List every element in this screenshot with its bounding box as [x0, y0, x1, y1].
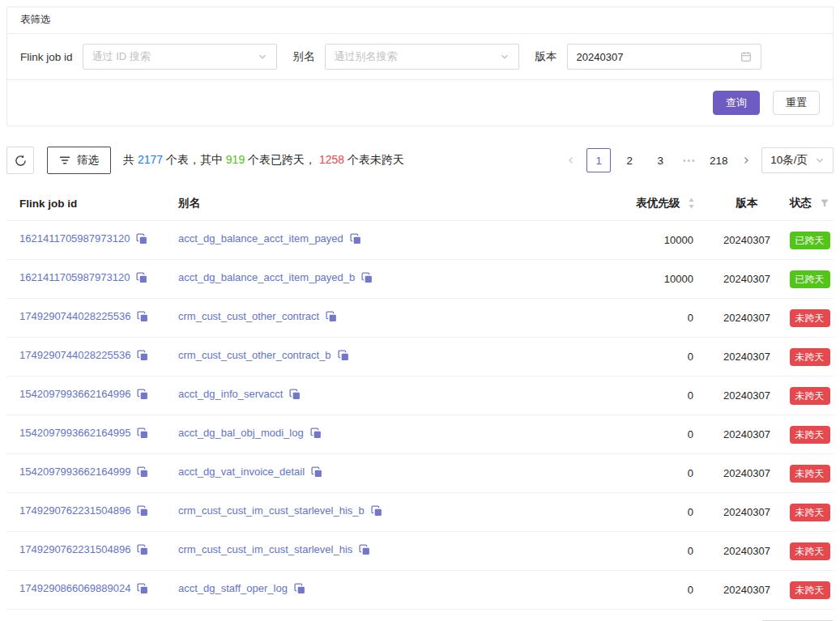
- row-flink-job-id-link[interactable]: 1542097993662164995: [19, 427, 130, 439]
- row-flink-job-id-link[interactable]: 1749290762231504896: [19, 543, 130, 555]
- row-alias-link[interactable]: acct_dg_balance_acct_item_payed_b: [178, 271, 355, 283]
- copy-icon[interactable]: [136, 232, 147, 250]
- copy-icon[interactable]: [289, 388, 301, 406]
- sorter-icon[interactable]: [688, 197, 695, 210]
- copy-icon[interactable]: [326, 310, 337, 328]
- copy-icon[interactable]: [294, 582, 305, 600]
- row-version: 20240307: [723, 584, 770, 596]
- copy-icon[interactable]: [137, 466, 148, 483]
- cell-alias: crm_cust_cust_im_cust_starlevel_his_b: [165, 493, 538, 532]
- row-alias-link[interactable]: crm_cust_cust_im_cust_starlevel_his: [178, 543, 352, 555]
- page-button-2[interactable]: 2: [617, 148, 642, 172]
- refresh-button[interactable]: [6, 147, 34, 174]
- filter-panel-title: 表筛选: [7, 7, 833, 34]
- header-status[interactable]: 状态: [786, 186, 834, 221]
- copy-icon[interactable]: [137, 349, 148, 367]
- cell-priority: 0: [538, 299, 708, 338]
- summary-after-total: 个表，其中: [163, 153, 226, 166]
- cell-alias: crm_cust_cust_other_contract: [165, 299, 538, 338]
- row-flink-job-id-link[interactable]: 1749290762231504896: [19, 504, 130, 517]
- field-flink-job-id: Flink job id 通过 ID 搜索: [20, 44, 277, 70]
- status-badge: 未跨天: [790, 309, 830, 327]
- row-flink-job-id-link[interactable]: 1542097993662164999: [19, 466, 130, 478]
- summary-after-crossed: 个表已跨天，: [245, 153, 319, 166]
- row-version: 20240307: [723, 467, 770, 479]
- header-priority[interactable]: 表优先级: [538, 186, 708, 221]
- flink-job-id-label: Flink job id: [20, 51, 73, 63]
- table-toolbar: 筛选 共 2177 个表，其中 919 个表已跨天， 1258 个表未跨天 1 …: [6, 147, 834, 174]
- filter-lines-icon: [59, 155, 70, 166]
- row-flink-job-id-link[interactable]: 1542097993662164996: [19, 388, 130, 400]
- next-page-button[interactable]: [737, 148, 755, 172]
- cell-flink-job-id: 1621411705987973120: [6, 260, 165, 299]
- row-alias-link[interactable]: crm_cust_cust_im_cust_starlevel_his_b: [178, 504, 365, 517]
- row-flink-job-id-link[interactable]: 1749290744028225536: [19, 349, 130, 361]
- row-alias-link[interactable]: acct_dg_info_servacct: [178, 388, 283, 400]
- copy-icon[interactable]: [338, 349, 349, 367]
- cell-version: 20240307: [708, 415, 786, 454]
- page-size-select[interactable]: 10条/页: [761, 147, 834, 173]
- row-version: 20240307: [723, 389, 770, 402]
- row-priority: 10000: [664, 273, 693, 285]
- copy-icon[interactable]: [310, 427, 322, 444]
- version-date-input[interactable]: [577, 51, 736, 63]
- copy-icon[interactable]: [359, 543, 370, 561]
- prev-page-button[interactable]: [562, 148, 580, 172]
- reset-button[interactable]: 重置: [773, 91, 820, 115]
- header-alias-label: 别名: [178, 197, 200, 209]
- cell-flink-job-id: 1749290762231504896: [6, 532, 165, 571]
- row-alias-link[interactable]: crm_cust_cust_other_contract_b: [178, 349, 331, 361]
- copy-icon[interactable]: [137, 582, 148, 600]
- query-button[interactable]: 查询: [713, 91, 760, 115]
- row-priority: 0: [688, 506, 693, 518]
- column-filter-icon[interactable]: [820, 198, 829, 208]
- page-button-1[interactable]: 1: [586, 148, 611, 172]
- header-flink-job-id: Flink job id: [6, 186, 165, 221]
- page-button-last[interactable]: 218: [706, 148, 731, 172]
- table-header-row: Flink job id 别名 表优先级 版本: [6, 186, 834, 221]
- copy-icon[interactable]: [137, 504, 148, 522]
- copy-icon[interactable]: [311, 466, 322, 483]
- flink-job-id-select[interactable]: 通过 ID 搜索: [83, 44, 277, 70]
- copy-icon[interactable]: [137, 427, 148, 444]
- summary-uncrossed-count: 1258: [319, 153, 344, 166]
- row-alias-link[interactable]: acct_dg_staff_oper_log: [178, 582, 288, 594]
- row-flink-job-id-link[interactable]: 1621411705987973120: [19, 271, 130, 283]
- cell-flink-job-id: 1542097993662164996: [6, 376, 165, 415]
- copy-icon[interactable]: [361, 271, 373, 289]
- cell-status: 未跨天: [786, 299, 834, 338]
- copy-icon[interactable]: [137, 310, 148, 328]
- row-version: 20240307: [723, 351, 770, 363]
- row-flink-job-id-link[interactable]: 1749290744028225536: [19, 310, 130, 322]
- status-badge: 未跨天: [790, 581, 830, 599]
- copy-icon[interactable]: [137, 543, 148, 561]
- copy-icon[interactable]: [371, 504, 382, 522]
- row-flink-job-id-link[interactable]: 1621411705987973120: [19, 232, 130, 245]
- cell-priority: 10000: [538, 260, 708, 299]
- status-badge: 未跨天: [790, 465, 830, 483]
- copy-icon[interactable]: [136, 271, 147, 289]
- row-alias-link[interactable]: acct_dg_balance_acct_item_payed: [178, 232, 343, 245]
- cell-priority: 0: [538, 415, 708, 454]
- calendar-icon: [740, 51, 752, 62]
- table-row: 1749290866069889024 acct_dg_staff_oper_l…: [6, 571, 834, 610]
- copy-icon[interactable]: [137, 388, 148, 406]
- filter-panel: 表筛选 Flink job id 通过 ID 搜索 别名 通过别名搜索: [6, 6, 834, 126]
- filter-toggle-button[interactable]: 筛选: [47, 147, 111, 174]
- row-alias-link[interactable]: acct_dg_vat_invoice_detail: [178, 466, 305, 478]
- copy-icon[interactable]: [350, 232, 361, 250]
- cell-version: 20240307: [708, 376, 786, 415]
- row-flink-job-id-link[interactable]: 1749290866069889024: [19, 582, 130, 594]
- page-button-3[interactable]: 3: [648, 148, 672, 172]
- cell-status: 未跨天: [786, 338, 834, 376]
- alias-select[interactable]: 通过别名搜索: [325, 44, 519, 70]
- row-version: 20240307: [723, 312, 770, 324]
- page-ellipsis[interactable]: •••: [679, 156, 700, 165]
- cell-version: 20240307: [708, 338, 786, 376]
- pagination-top: 1 2 3 ••• 218 10条/页: [562, 147, 834, 173]
- flink-job-id-placeholder: 通过 ID 搜索: [92, 49, 151, 64]
- version-date-picker[interactable]: [567, 44, 761, 70]
- row-alias-link[interactable]: acct_dg_bal_obj_modi_log: [178, 427, 304, 439]
- row-version: 20240307: [723, 545, 770, 557]
- row-alias-link[interactable]: crm_cust_cust_other_contract: [178, 310, 319, 322]
